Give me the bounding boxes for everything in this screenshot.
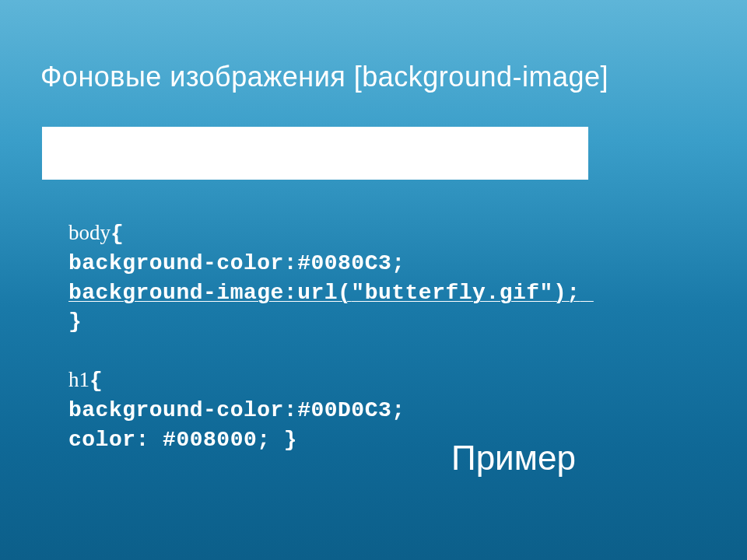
slide-title: Фоновые изображения [background-image] <box>40 61 608 93</box>
code-line-3-part3: ); <box>553 281 580 305</box>
brace-open-1: { <box>110 222 124 246</box>
code-line-5: h1{ <box>68 365 594 396</box>
code-line-3: background-image:url("butterfly.gif"); <box>68 278 594 308</box>
slide-container: Фоновые изображения [background-image] b… <box>0 0 747 560</box>
selector-h1: h1 <box>68 368 89 391</box>
code-spacer <box>68 337 594 365</box>
code-line-3-part2: "butterfly.gif" <box>351 281 553 305</box>
white-bar-placeholder <box>42 127 588 180</box>
selector-body: body <box>68 221 110 244</box>
brace-open-2: { <box>89 369 103 393</box>
code-line-3-part1: background-image:url( <box>68 281 351 305</box>
code-line-1: body{ <box>68 218 594 249</box>
code-line-4: } <box>68 307 594 337</box>
code-line-2: background-color:#0080C3; <box>68 249 594 278</box>
code-block: body{ background-color:#0080C3; backgrou… <box>68 218 594 455</box>
example-label: Пример <box>451 439 576 478</box>
code-line-6: background-color:#00D0C3; <box>68 396 594 425</box>
